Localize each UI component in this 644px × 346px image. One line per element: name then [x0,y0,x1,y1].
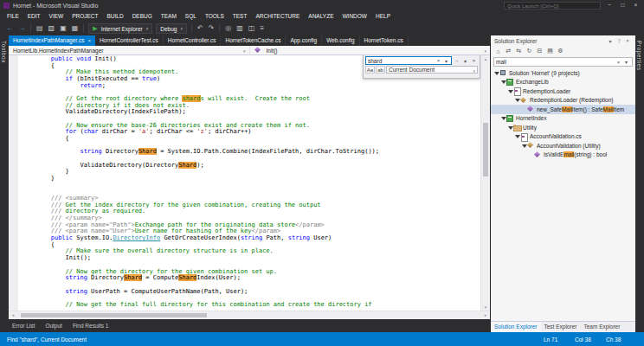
save-icon[interactable]: ▣ [60,22,67,35]
menu-team[interactable]: TEAM [157,11,181,22]
menu-file[interactable]: FILE [3,11,23,22]
show-all-files-icon[interactable]: ▤ [545,48,555,54]
vertical-scroll-thumb[interactable] [483,123,488,176]
panel-tab-test-explorer[interactable]: Test Explorer [541,322,581,332]
tree-item-utility[interactable]: Utility [491,123,635,132]
doc-tab-hornetcontroller-cs[interactable]: HornetController.cs [164,35,222,46]
menu-help[interactable]: HELP [371,11,395,22]
whole-word-toggle[interactable]: ab [376,66,385,74]
properties-tab[interactable]: Properties [636,41,642,71]
expand-arrow-icon[interactable] [514,133,520,139]
window-options-icon[interactable]: ▾ [606,38,615,44]
quick-launch-box[interactable] [504,2,601,10]
toolbox-tab[interactable]: Toolbox [1,41,7,63]
doc-tab-web-config[interactable]: Web.config [322,35,359,46]
nav-back-icon[interactable]: ← [6,22,13,35]
menu-tools[interactable]: TOOLS [201,11,229,22]
tree-item-solution-hornet-9-projects-[interactable]: Solution 'Hornet' (9 projects) [491,68,635,78]
find-input-box[interactable]: × ▾ [365,56,452,65]
scroll-up-icon[interactable]: ▴ [481,55,490,62]
scroll-right-icon[interactable]: ▸ [481,311,490,319]
tree-item-redemptionloader-redemption-[interactable]: RedemptionLoader (Redemption) [491,96,635,106]
menu-analyze[interactable]: ANALYZE [304,11,338,22]
find-in-files-icon[interactable]: ◎ [225,22,231,35]
code-editor[interactable]: public void Init() { // Make this method… [9,55,490,311]
start-debug-dropdown[interactable]: ▶ Internet Explorer ▾ [88,23,152,34]
save-all-icon[interactable]: ▦ [72,22,79,35]
menu-build[interactable]: BUILD [103,11,128,22]
home-icon[interactable]: ⌂ [493,48,503,54]
menu-view[interactable]: VIEW [45,11,68,22]
expand-arrow-icon[interactable] [507,88,513,94]
horizontal-scrollbar[interactable]: ◂ ▸ [9,311,490,319]
new-file-icon[interactable]: ▤ [36,22,43,35]
close-tab-icon[interactable]: × [87,35,91,46]
minimize-button[interactable]: − [603,0,616,10]
tree-item-redemptionloader[interactable]: RedemptionLoader [491,86,635,96]
doc-tab-hornetindexpathmanager-cs[interactable]: HornetIndexPathManager.cs× [9,35,95,46]
vertical-scrollbar[interactable]: ▴ ▾ [480,55,490,311]
collapse-all-icon[interactable]: ⊟ [535,48,544,54]
doc-tab-app-config[interactable]: App.config [286,35,322,46]
doc-tab-hornettoken-cs[interactable]: HornetToken.cs [360,35,409,46]
refresh-icon[interactable]: ↻ [525,48,534,54]
menu-sql[interactable]: SQL [181,11,201,22]
solution-explorer-search-box[interactable]: × ▾ [493,57,633,67]
find-history-icon[interactable]: ▾ [442,58,450,64]
panel-tab-team-explorer[interactable]: Team Explorer [580,322,623,332]
expand-arrow-icon[interactable] [514,97,520,103]
menu-architecture[interactable]: ARCHITECTURE [251,11,304,22]
match-case-toggle[interactable]: Aa [365,66,375,74]
menu-debug[interactable]: DEBUG [128,11,157,22]
switch-views-icon[interactable]: ⇄ [504,48,513,54]
tree-item-accountvalidation-utility-[interactable]: AccountValidation (Utility) [491,141,635,151]
undo-icon[interactable]: ↶ [197,22,203,35]
expand-arrow-icon[interactable] [521,143,527,149]
doc-tab-hornettokencache-cs[interactable]: HornetTokenCache.cs [221,35,286,46]
comment-icon[interactable]: ▥ [236,22,243,35]
bottom-tab-find-results-1[interactable]: Find Results 1 [68,319,114,332]
close-icon[interactable]: × [623,38,632,44]
find-scope-dropdown[interactable]: Current Document ▾ [386,66,478,74]
redo-icon[interactable]: ↷ [209,22,215,35]
member-dropdown[interactable]: Init() ▾ [249,46,491,54]
tree-item-new-safemailitem-safemailitem[interactable]: new_SafeMailItem() : SafeMailItem [491,105,635,114]
find-next-button[interactable]: → [453,58,460,63]
close-find-button[interactable]: × [470,58,478,63]
maximize-button[interactable]: □ [616,0,629,10]
bottom-tab-error-list[interactable]: Error List [7,319,40,332]
solution-configuration-dropdown[interactable]: Debug ▾ [156,23,187,34]
menu-test[interactable]: TEST [229,11,252,22]
properties-icon[interactable]: ⚙ [556,48,565,54]
close-window-button[interactable]: × [629,0,642,10]
clear-search-icon[interactable]: × [615,60,622,65]
open-file-icon[interactable]: ▧ [48,22,55,35]
tree-item-hornetindex[interactable]: HornetIndex [491,114,635,124]
menu-project[interactable]: PROJECT [68,11,102,22]
panel-tab-solution-explorer[interactable]: Solution Explorer [491,322,541,332]
uncomment-icon[interactable]: ◫ [248,22,255,35]
tree-item-exchangelib[interactable]: ExchangeLib [491,78,635,87]
quick-launch-input[interactable] [507,3,597,9]
expand-arrow-icon[interactable] [500,115,506,121]
search-options-icon[interactable]: ▾ [622,59,630,65]
doc-tab-hornetcontrollertest-cs[interactable]: HornetControllerTest.cs [95,35,164,46]
scroll-down-icon[interactable]: ▾ [481,304,490,311]
expand-arrow-icon[interactable] [507,125,513,131]
tree-item-accountvalidation-cs[interactable]: AccountValidation.cs [491,132,635,142]
solution-explorer-search-input[interactable] [496,59,615,65]
expand-arrow-icon[interactable] [500,79,506,85]
expand-arrow-icon[interactable] [493,70,499,76]
start-debug-icon[interactable]: ▶ [93,25,97,32]
bottom-tab-output[interactable]: Output [40,319,68,332]
menu-window[interactable]: WINDOW [338,11,371,22]
menu-edit[interactable]: EDIT [23,11,45,22]
clear-find-icon[interactable]: × [435,58,442,63]
nav-forward-icon[interactable]: → [18,22,25,35]
sync-active-document-icon[interactable]: ⇆ [514,48,524,54]
type-dropdown[interactable]: HornetLib.HornetIndexPathManager ▾ [9,46,249,54]
find-input[interactable] [368,58,435,64]
tree-item-isvalidemail-string-bool[interactable]: IsValidEmail(string) : bool [491,151,635,160]
scroll-left-icon[interactable]: ◂ [9,311,17,319]
outline-icon[interactable]: ≡ [260,22,264,35]
